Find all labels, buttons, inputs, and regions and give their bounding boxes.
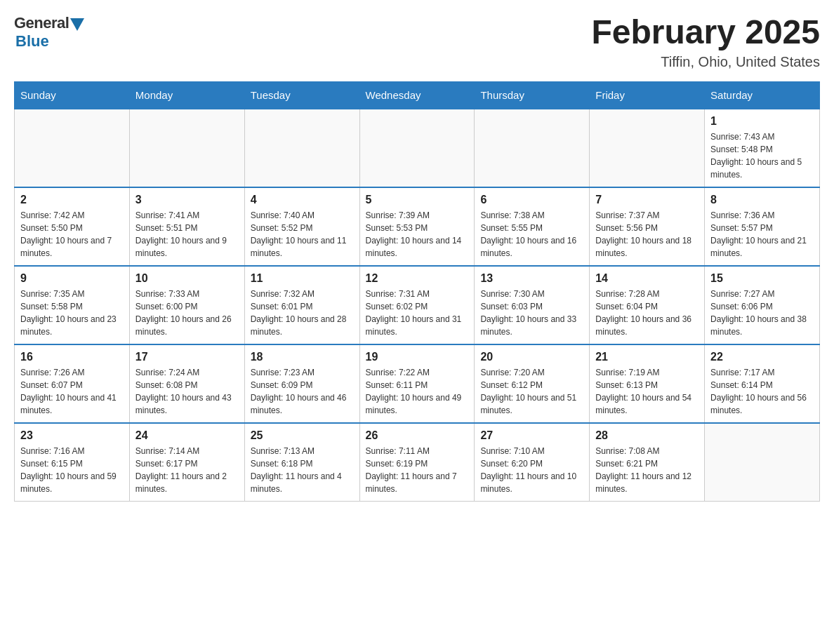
- day-number: 15: [710, 272, 814, 285]
- day-number: 5: [366, 194, 469, 206]
- day-info: Sunrise: 7:22 AM Sunset: 6:11 PM Dayligh…: [366, 366, 469, 417]
- day-info: Sunrise: 7:23 AM Sunset: 6:09 PM Dayligh…: [251, 366, 354, 417]
- day-number: 14: [595, 272, 699, 285]
- day-number: 4: [251, 194, 354, 206]
- day-number: 11: [251, 272, 354, 285]
- location-text: Tiffin, Ohio, United States: [591, 54, 820, 70]
- day-info: Sunrise: 7:20 AM Sunset: 6:12 PM Dayligh…: [480, 366, 583, 417]
- day-number: 23: [20, 429, 124, 442]
- day-info: Sunrise: 7:19 AM Sunset: 6:13 PM Dayligh…: [595, 366, 699, 417]
- day-info: Sunrise: 7:31 AM Sunset: 6:02 PM Dayligh…: [366, 288, 469, 338]
- calendar-week-row: 2Sunrise: 7:42 AM Sunset: 5:50 PM Daylig…: [15, 187, 820, 266]
- day-number: 6: [480, 194, 583, 206]
- day-info: Sunrise: 7:27 AM Sunset: 6:06 PM Dayligh…: [710, 288, 814, 338]
- calendar-day-cell: 12Sunrise: 7:31 AM Sunset: 6:02 PM Dayli…: [359, 266, 475, 344]
- title-area: February 2025 Tiffin, Ohio, United State…: [591, 14, 820, 70]
- day-number: 25: [251, 429, 354, 442]
- day-info: Sunrise: 7:40 AM Sunset: 5:52 PM Dayligh…: [251, 209, 354, 260]
- day-info: Sunrise: 7:41 AM Sunset: 5:51 PM Dayligh…: [135, 209, 239, 260]
- calendar-day-cell: 3Sunrise: 7:41 AM Sunset: 5:51 PM Daylig…: [129, 187, 244, 266]
- calendar-day-cell: 23Sunrise: 7:16 AM Sunset: 6:15 PM Dayli…: [15, 423, 130, 502]
- calendar-day-cell: 8Sunrise: 7:36 AM Sunset: 5:57 PM Daylig…: [705, 187, 820, 266]
- day-info: Sunrise: 7:24 AM Sunset: 6:08 PM Dayligh…: [135, 366, 239, 417]
- calendar-day-cell: 17Sunrise: 7:24 AM Sunset: 6:08 PM Dayli…: [129, 344, 244, 423]
- day-info: Sunrise: 7:28 AM Sunset: 6:04 PM Dayligh…: [595, 288, 699, 338]
- day-info: Sunrise: 7:08 AM Sunset: 6:21 PM Dayligh…: [595, 445, 699, 495]
- calendar-day-cell: 9Sunrise: 7:35 AM Sunset: 5:58 PM Daylig…: [15, 266, 130, 344]
- day-info: Sunrise: 7:11 AM Sunset: 6:19 PM Dayligh…: [366, 445, 469, 495]
- calendar-day-cell: 20Sunrise: 7:20 AM Sunset: 6:12 PM Dayli…: [475, 344, 590, 423]
- day-info: Sunrise: 7:35 AM Sunset: 5:58 PM Dayligh…: [20, 288, 124, 338]
- day-number: 1: [710, 115, 814, 128]
- day-number: 21: [595, 351, 699, 363]
- day-info: Sunrise: 7:13 AM Sunset: 6:18 PM Dayligh…: [251, 445, 354, 495]
- day-info: Sunrise: 7:32 AM Sunset: 6:01 PM Dayligh…: [251, 288, 354, 338]
- calendar-day-cell: [244, 109, 359, 187]
- day-of-week-header: Thursday: [475, 81, 590, 109]
- day-info: Sunrise: 7:26 AM Sunset: 6:07 PM Dayligh…: [20, 366, 124, 417]
- calendar-day-cell: 5Sunrise: 7:39 AM Sunset: 5:53 PM Daylig…: [359, 187, 475, 266]
- calendar-day-cell: 19Sunrise: 7:22 AM Sunset: 6:11 PM Dayli…: [359, 344, 475, 423]
- calendar-week-row: 16Sunrise: 7:26 AM Sunset: 6:07 PM Dayli…: [15, 344, 820, 423]
- day-info: Sunrise: 7:33 AM Sunset: 6:00 PM Dayligh…: [135, 288, 239, 338]
- day-number: 7: [595, 194, 699, 206]
- calendar-day-cell: [359, 109, 475, 187]
- logo-general-text: General: [14, 14, 69, 32]
- day-of-week-header: Saturday: [705, 81, 820, 109]
- calendar-day-cell: 18Sunrise: 7:23 AM Sunset: 6:09 PM Dayli…: [244, 344, 359, 423]
- logo-arrow-icon: [70, 18, 84, 31]
- month-title: February 2025: [591, 14, 820, 51]
- day-info: Sunrise: 7:14 AM Sunset: 6:17 PM Dayligh…: [135, 445, 239, 495]
- day-number: 24: [135, 429, 239, 442]
- page-header: General Blue February 2025 Tiffin, Ohio,…: [14, 14, 820, 70]
- day-number: 8: [710, 194, 814, 206]
- day-number: 3: [135, 194, 239, 206]
- calendar-header-row: SundayMondayTuesdayWednesdayThursdayFrid…: [15, 81, 820, 109]
- day-info: Sunrise: 7:16 AM Sunset: 6:15 PM Dayligh…: [20, 445, 124, 495]
- day-info: Sunrise: 7:17 AM Sunset: 6:14 PM Dayligh…: [710, 366, 814, 417]
- calendar-day-cell: 1Sunrise: 7:43 AM Sunset: 5:48 PM Daylig…: [705, 109, 820, 187]
- calendar-day-cell: 25Sunrise: 7:13 AM Sunset: 6:18 PM Dayli…: [244, 423, 359, 502]
- calendar-week-row: 9Sunrise: 7:35 AM Sunset: 5:58 PM Daylig…: [15, 266, 820, 344]
- day-info: Sunrise: 7:10 AM Sunset: 6:20 PM Dayligh…: [480, 445, 583, 495]
- calendar-day-cell: [590, 109, 705, 187]
- day-number: 17: [135, 351, 239, 363]
- day-of-week-header: Tuesday: [244, 81, 359, 109]
- calendar-week-row: 23Sunrise: 7:16 AM Sunset: 6:15 PM Dayli…: [15, 423, 820, 502]
- day-info: Sunrise: 7:38 AM Sunset: 5:55 PM Dayligh…: [480, 209, 583, 260]
- day-number: 16: [20, 351, 124, 363]
- calendar-day-cell: 16Sunrise: 7:26 AM Sunset: 6:07 PM Dayli…: [15, 344, 130, 423]
- calendar-week-row: 1Sunrise: 7:43 AM Sunset: 5:48 PM Daylig…: [15, 109, 820, 187]
- day-info: Sunrise: 7:30 AM Sunset: 6:03 PM Dayligh…: [480, 288, 583, 338]
- day-of-week-header: Friday: [590, 81, 705, 109]
- calendar-day-cell: 10Sunrise: 7:33 AM Sunset: 6:00 PM Dayli…: [129, 266, 244, 344]
- calendar-day-cell: 21Sunrise: 7:19 AM Sunset: 6:13 PM Dayli…: [590, 344, 705, 423]
- calendar-day-cell: 4Sunrise: 7:40 AM Sunset: 5:52 PM Daylig…: [244, 187, 359, 266]
- calendar-day-cell: [129, 109, 244, 187]
- calendar-day-cell: 11Sunrise: 7:32 AM Sunset: 6:01 PM Dayli…: [244, 266, 359, 344]
- calendar-day-cell: 2Sunrise: 7:42 AM Sunset: 5:50 PM Daylig…: [15, 187, 130, 266]
- calendar-table: SundayMondayTuesdayWednesdayThursdayFrid…: [14, 81, 820, 502]
- calendar-day-cell: [705, 423, 820, 502]
- day-number: 22: [710, 351, 814, 363]
- calendar-day-cell: 14Sunrise: 7:28 AM Sunset: 6:04 PM Dayli…: [590, 266, 705, 344]
- day-number: 10: [135, 272, 239, 285]
- day-info: Sunrise: 7:39 AM Sunset: 5:53 PM Dayligh…: [366, 209, 469, 260]
- calendar-day-cell: 24Sunrise: 7:14 AM Sunset: 6:17 PM Dayli…: [129, 423, 244, 502]
- day-number: 2: [20, 194, 124, 206]
- calendar-day-cell: 26Sunrise: 7:11 AM Sunset: 6:19 PM Dayli…: [359, 423, 475, 502]
- day-of-week-header: Wednesday: [359, 81, 475, 109]
- calendar-day-cell: [475, 109, 590, 187]
- day-number: 9: [20, 272, 124, 285]
- day-number: 19: [366, 351, 469, 363]
- calendar-day-cell: 13Sunrise: 7:30 AM Sunset: 6:03 PM Dayli…: [475, 266, 590, 344]
- logo: General Blue: [14, 14, 84, 51]
- day-number: 20: [480, 351, 583, 363]
- calendar-day-cell: 6Sunrise: 7:38 AM Sunset: 5:55 PM Daylig…: [475, 187, 590, 266]
- day-of-week-header: Monday: [129, 81, 244, 109]
- day-info: Sunrise: 7:42 AM Sunset: 5:50 PM Dayligh…: [20, 209, 124, 260]
- day-number: 13: [480, 272, 583, 285]
- day-number: 12: [366, 272, 469, 285]
- calendar-day-cell: [15, 109, 130, 187]
- logo-blue-text: Blue: [15, 32, 49, 51]
